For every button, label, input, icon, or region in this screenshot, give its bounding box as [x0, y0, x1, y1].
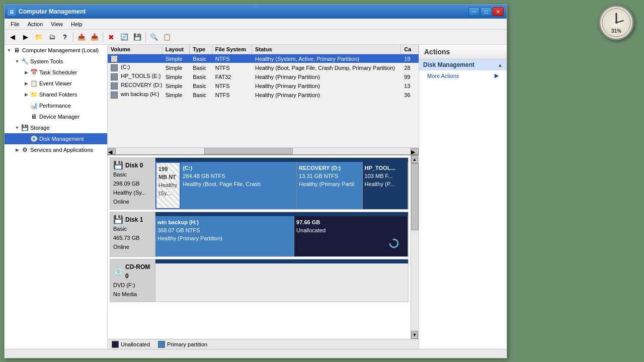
- maximize-button[interactable]: □: [480, 7, 492, 16]
- disk-scroll-up[interactable]: ▲: [411, 155, 418, 163]
- sidebar-item-root[interactable]: ▼ 🖥 Computer Management (Local): [5, 45, 107, 56]
- label-services-apps: Services and Applications: [30, 145, 93, 154]
- disk0-part0-name: 199 MB NT: [158, 165, 178, 181]
- disk0-part2[interactable]: RECOVERY (D:) 13.31 GB NTFS Healthy (Pri…: [297, 162, 363, 209]
- action-more-label: More Actions: [427, 73, 459, 79]
- menu-view[interactable]: View: [47, 20, 67, 28]
- disk0-part1-desc: Healthy (Boot, Page File, Crash: [183, 180, 294, 188]
- window-title: Computer Management: [19, 8, 468, 15]
- volume-icon: [111, 82, 118, 89]
- table-row[interactable]: RECOVERY (D:) Simple Basic NTFS Healthy …: [108, 81, 419, 90]
- icon-services-apps: ⚙: [21, 146, 29, 154]
- back-button[interactable]: ◀: [7, 31, 19, 43]
- minimize-button[interactable]: ─: [468, 7, 479, 16]
- menu-help[interactable]: Help: [67, 20, 87, 28]
- import-button[interactable]: 📥: [89, 31, 101, 43]
- disk-scroll-track: [411, 163, 419, 331]
- disk1-name: Disk 1: [125, 215, 143, 224]
- toolbar-sep-1: [73, 32, 73, 42]
- expander-shared-folders[interactable]: ▶: [23, 91, 30, 98]
- legend-unallocated-color: [112, 341, 119, 348]
- disk1-part1[interactable]: 97.66 GB Unallocated: [294, 216, 408, 256]
- row4-cap: 36: [401, 92, 419, 99]
- clock-face: 31%: [599, 5, 634, 40]
- legend-primary-label: Primary partition: [167, 341, 207, 347]
- label-device-manager: Device Manager: [39, 112, 79, 121]
- volume-table-area: Volume Layout Type File System Status Ca…: [108, 45, 419, 155]
- cdrom-header-bar: [155, 259, 408, 263]
- action-more-actions[interactable]: More Actions ▶: [419, 70, 507, 81]
- disk0-part3[interactable]: HP_TOOL... 103 MB F... Healthy (P...: [363, 162, 408, 209]
- col-cap[interactable]: Ca: [401, 45, 419, 54]
- help-button[interactable]: ?: [59, 31, 71, 43]
- disk1-parts-inner: win backup (H:) 368.07 GB NTFS Healthy (…: [155, 212, 408, 256]
- sidebar-item-task-scheduler[interactable]: ▶ 📅 Task Scheduler: [5, 67, 107, 78]
- actions-section-disk-management[interactable]: Disk Management ▲: [419, 59, 507, 70]
- sidebar-item-device-manager[interactable]: ▶ 🖥 Device Manager: [5, 111, 107, 122]
- icon-storage: 💾: [21, 124, 29, 132]
- legend-bar: Unallocated Primary partition: [108, 339, 419, 349]
- table-row[interactable]: Simple Basic NTFS Healthy (System, Activ…: [108, 54, 419, 63]
- scroll-track[interactable]: [116, 148, 411, 154]
- table-row[interactable]: (C:) Simple Basic NTFS Healthy (Boot, Pa…: [108, 63, 419, 72]
- disk0-parts-inner: 199 MB NT Healthy (Sy... (C:) 284.48 GB …: [155, 158, 408, 209]
- col-type[interactable]: Type: [190, 45, 212, 54]
- disk0-name: Disk 0: [125, 161, 143, 170]
- sidebar-item-event-viewer[interactable]: ▶ 📋 Event Viewer: [5, 78, 107, 89]
- expander-root[interactable]: ▼: [6, 47, 13, 54]
- disk0-size: 298.09 GB: [113, 179, 152, 188]
- row0-type: Basic: [190, 55, 212, 62]
- disk-scroll-thumb[interactable]: [411, 163, 419, 230]
- disk1-icon: 💾: [113, 215, 123, 224]
- search-button[interactable]: 🔍: [148, 31, 160, 43]
- show-hide-button[interactable]: 🗂: [46, 31, 58, 43]
- sidebar-item-system-tools[interactable]: ▼ 🔧 System Tools: [5, 56, 107, 67]
- forward-button[interactable]: ▶: [20, 31, 32, 43]
- scroll-right[interactable]: ▶: [411, 148, 419, 154]
- sidebar-item-disk-management[interactable]: ▶ 💽 Disk Management: [5, 133, 107, 144]
- sidebar-item-shared-folders[interactable]: ▶ 📁 Shared Folders: [5, 89, 107, 100]
- expander-storage[interactable]: ▼: [14, 124, 21, 131]
- disk-scrollbar[interactable]: ▲ ▼: [411, 155, 419, 339]
- col-volume[interactable]: Volume: [108, 45, 163, 54]
- cdrom-name: CD-ROM 0: [125, 262, 152, 281]
- scroll-thumb[interactable]: [204, 148, 293, 154]
- rescan-button[interactable]: 💾: [131, 31, 143, 43]
- expander-system-tools[interactable]: ▼: [14, 58, 21, 65]
- up-button[interactable]: 📁: [33, 31, 45, 43]
- close-button[interactable]: ✕: [493, 7, 504, 16]
- table-scrollbar[interactable]: ◀ ▶: [108, 147, 419, 154]
- scroll-left[interactable]: ◀: [108, 148, 116, 154]
- row3-type: Basic: [190, 82, 212, 89]
- row2-type: Basic: [190, 73, 212, 80]
- row1-type: Basic: [190, 64, 212, 71]
- disk0-part1-size: 284.48 GB NTFS: [183, 172, 294, 180]
- sidebar-item-services-apps[interactable]: ▶ ⚙ Services and Applications: [5, 144, 107, 155]
- disk1-part1-label: Unallocated: [296, 226, 406, 234]
- disk0-part1[interactable]: (C:) 284.48 GB NTFS Healthy (Boot, Page …: [181, 162, 297, 209]
- disk-section: 💾 Disk 0 Basic 298.09 GB Healthy (Sy... …: [108, 155, 419, 339]
- cancel-button[interactable]: ✖: [105, 31, 117, 43]
- legend-unallocated: Unallocated: [112, 341, 150, 348]
- table-row[interactable]: win backup (H:) Simple Basic NTFS Health…: [108, 90, 419, 100]
- col-fs[interactable]: File System: [212, 45, 252, 54]
- col-status[interactable]: Status: [252, 45, 401, 54]
- expander-services-apps[interactable]: ▶: [14, 146, 21, 153]
- export-button[interactable]: 📤: [75, 31, 88, 43]
- disk1-part0[interactable]: win backup (H:) 368.07 GB NTFS Healthy (…: [155, 216, 294, 256]
- table-row[interactable]: HP_TOOLS (E:) Simple Basic FAT32 Healthy…: [108, 72, 419, 81]
- menu-action[interactable]: Action: [24, 20, 47, 28]
- refresh-button[interactable]: 🔄: [118, 31, 130, 43]
- disk-scroll-down[interactable]: ▼: [411, 331, 418, 339]
- icon-root: 🖥: [13, 46, 21, 54]
- expander-event-viewer[interactable]: ▶: [23, 80, 30, 87]
- col-layout[interactable]: Layout: [163, 45, 190, 54]
- disk0-type: Basic: [113, 170, 152, 179]
- disk0-part0[interactable]: 199 MB NT Healthy (Sy...: [155, 162, 181, 209]
- expander-task-scheduler[interactable]: ▶: [23, 69, 30, 76]
- sidebar-item-storage[interactable]: ▼ 💾 Storage: [5, 122, 107, 133]
- menu-file[interactable]: File: [7, 20, 24, 28]
- sidebar-item-performance[interactable]: ▶ 📊 Performance: [5, 100, 107, 111]
- props-button[interactable]: 📋: [161, 31, 173, 43]
- label-system-tools: System Tools: [30, 57, 63, 66]
